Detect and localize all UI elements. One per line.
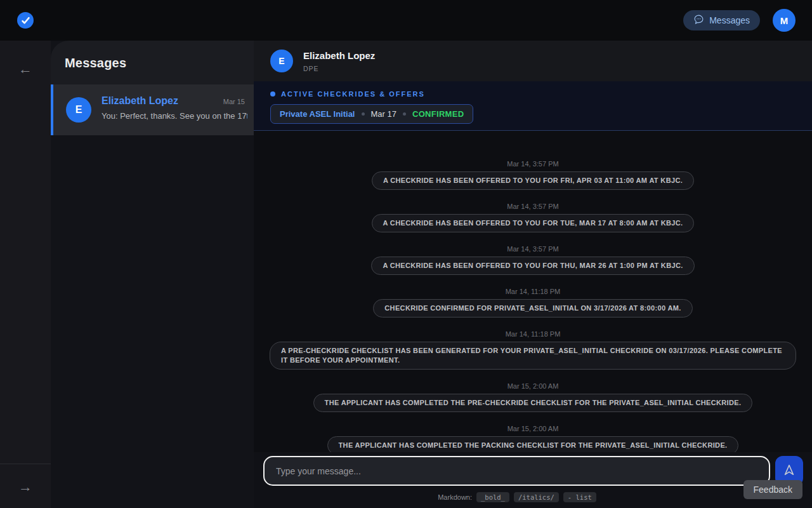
system-message-pill: THE APPLICANT HAS COMPLETED THE PACKING … [327, 436, 739, 452]
message-timestamp: Mar 14, 3:57 PM [507, 160, 558, 168]
chat-column: E Elizabeth Lopez DPE ACTIVE CHECKRIDES … [254, 41, 812, 508]
system-message-text: THE APPLICANT HAS COMPLETED THE PRE-CHEC… [325, 399, 742, 406]
messages-nav-label: Messages [709, 15, 750, 25]
message-group: Mar 14, 3:57 PM A CHECKRIDE HAS BEEN OFF… [372, 203, 695, 232]
markdown-hint-bold: _bold_ [476, 492, 509, 502]
rail-divider [0, 464, 51, 464]
send-paper-plane-icon [782, 463, 796, 479]
message-group: Mar 14, 11:18 PM A PRE-CHECKRIDE CHECKLI… [270, 330, 796, 370]
message-timestamp: Mar 15, 2:00 AM [508, 425, 559, 432]
system-message-text: A CHECKRIDE HAS BEEN OFFERED TO YOU FOR … [383, 177, 683, 184]
checkride-chip-status: CONFIRMED [412, 109, 464, 119]
message-group: Mar 15, 2:00 AM THE APPLICANT HAS COMPLE… [313, 382, 753, 412]
chat-partner-name: Elizabeth Lopez [303, 50, 375, 61]
conversation-date: Mar 15 [223, 98, 245, 105]
system-message-text: THE APPLICANT HAS COMPLETED THE PACKING … [339, 441, 728, 449]
forward-arrow-icon[interactable]: → [0, 479, 51, 495]
active-checkrides-banner: ACTIVE CHECKRIDES & OFFERS Private ASEL … [254, 81, 812, 131]
system-message-pill: A CHECKRIDE HAS BEEN OFFERED TO YOU FOR … [371, 257, 694, 275]
system-message-text: A CHECKRIDE HAS BEEN OFFERED TO YOU FOR … [383, 262, 683, 269]
conversation-avatar: E [66, 97, 91, 123]
chip-separator-dot [362, 112, 365, 116]
message-group: Mar 14, 3:57 PM A CHECKRIDE HAS BEEN OFF… [371, 245, 694, 275]
system-message-pill: THE APPLICANT HAS COMPLETED THE PRE-CHEC… [313, 394, 753, 412]
banner-title: ACTIVE CHECKRIDES & OFFERS [281, 90, 425, 98]
status-dot-icon [270, 91, 275, 97]
chat-partner-role: DPE [303, 65, 319, 72]
page-title: Messages [65, 56, 254, 70]
markdown-hints: Markdown: _bold_ /italics/ - list [254, 492, 780, 502]
conversation-name: Elizabeth Lopez [102, 95, 178, 107]
system-message-pill: A CHECKRIDE HAS BEEN OFFERED TO YOU FOR … [372, 214, 695, 232]
feedback-button[interactable]: Feedback [743, 480, 802, 499]
chat-partner-avatar: E [270, 50, 293, 72]
system-message-text: A CHECKRIDE HAS BEEN OFFERED TO YOU FOR … [383, 219, 683, 227]
markdown-hint-list: - list [563, 492, 596, 502]
checkride-chip[interactable]: Private ASEL Initial Mar 17 CONFIRMED [270, 104, 473, 124]
conversation-list-item[interactable]: E Elizabeth Lopez Mar 15 You: Perfect, t… [51, 84, 254, 135]
message-timestamp: Mar 14, 3:57 PM [507, 245, 558, 253]
markdown-hint-italics: /italics/ [514, 492, 559, 502]
system-message-text: A PRE-CHECKRIDE CHECKLIST HAS BEEN GENER… [281, 347, 782, 364]
system-message-pill: A PRE-CHECKRIDE CHECKLIST HAS BEEN GENER… [270, 342, 796, 370]
message-timestamp: Mar 14, 11:18 PM [506, 288, 561, 295]
system-message-text: CHECKRIDE CONFIRMED FOR PRIVATE_ASEL_INI… [384, 304, 681, 312]
message-input[interactable] [263, 456, 770, 486]
checkride-chip-date: Mar 17 [371, 109, 396, 119]
conversation-avatar-initial: E [75, 104, 82, 116]
system-message-pill: CHECKRIDE CONFIRMED FOR PRIVATE_ASEL_INI… [373, 299, 692, 318]
user-avatar-initial: M [780, 15, 789, 26]
system-message-pill: A CHECKRIDE HAS BEEN OFFERED TO YOU FOR … [372, 171, 694, 190]
left-rail: ← → [0, 41, 51, 508]
composer-bar: Markdown: _bold_ /italics/ - list [254, 452, 812, 508]
user-avatar[interactable]: M [773, 9, 796, 32]
messages-nav-button[interactable]: Messages [683, 10, 760, 30]
chat-bubble-icon [693, 14, 704, 27]
conversations-panel: Messages E Elizabeth Lopez Mar 15 You: P… [51, 41, 254, 508]
message-timestamp: Mar 14, 11:18 PM [506, 330, 561, 338]
markdown-hints-label: Markdown: [438, 493, 472, 501]
message-group: Mar 14, 3:57 PM A CHECKRIDE HAS BEEN OFF… [372, 160, 694, 190]
message-timestamp: Mar 15, 2:00 AM [508, 382, 559, 390]
message-timestamp: Mar 14, 3:57 PM [507, 203, 558, 210]
top-bar: Messages M [0, 0, 812, 41]
chip-separator-dot [403, 112, 406, 116]
conversation-preview: You: Perfect, thanks. See you on the 17t… [102, 111, 247, 121]
message-group: Mar 14, 11:18 PM CHECKRIDE CONFIRMED FOR… [373, 288, 692, 318]
chat-partner-avatar-initial: E [278, 56, 284, 66]
banner-title-row: ACTIVE CHECKRIDES & OFFERS [270, 90, 812, 98]
chat-header: E Elizabeth Lopez DPE [254, 41, 812, 81]
checkride-chip-name: Private ASEL Initial [280, 109, 355, 119]
conversations-panel-header: Messages [51, 41, 254, 84]
message-group: Mar 15, 2:00 AM THE APPLICANT HAS COMPLE… [327, 425, 739, 452]
message-list[interactable]: Mar 14, 3:57 PM A CHECKRIDE HAS BEEN OFF… [254, 131, 812, 452]
back-arrow-icon[interactable]: ← [0, 61, 51, 77]
app-logo-check-icon[interactable] [17, 12, 34, 29]
